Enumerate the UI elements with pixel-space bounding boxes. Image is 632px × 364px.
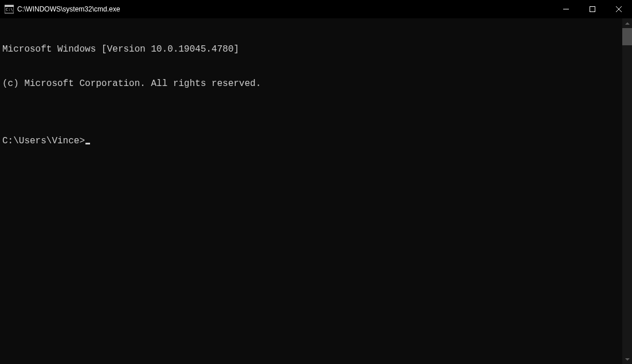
cmd-window: C:\ C:\WINDOWS\system32\cmd.exe (0, 0, 632, 364)
svg-rect-1 (5, 5, 14, 7)
svg-text:C:\: C:\ (6, 7, 13, 12)
close-button[interactable] (606, 0, 632, 18)
scroll-up-arrow[interactable] (622, 18, 632, 28)
svg-rect-4 (590, 7, 595, 12)
titlebar: C:\ C:\WINDOWS\system32\cmd.exe (0, 0, 632, 18)
titlebar-left: C:\ C:\WINDOWS\system32\cmd.exe (5, 5, 120, 14)
prompt-text: C:\Users\Vince> (2, 135, 85, 147)
terminal-body: Microsoft Windows [Version 10.0.19045.47… (0, 18, 632, 364)
copyright-line: (c) Microsoft Corporation. All rights re… (2, 78, 622, 89)
svg-marker-7 (625, 22, 630, 25)
cmd-icon: C:\ (5, 5, 14, 14)
window-title: C:\WINDOWS\system32\cmd.exe (17, 5, 120, 13)
maximize-button[interactable] (579, 0, 606, 18)
minimize-button[interactable] (553, 0, 579, 18)
scroll-down-arrow[interactable] (622, 354, 632, 364)
cursor (85, 143, 90, 144)
vertical-scrollbar[interactable] (622, 18, 632, 364)
scroll-thumb[interactable] (622, 28, 632, 45)
svg-marker-8 (625, 358, 630, 361)
prompt-line: C:\Users\Vince> (2, 135, 622, 147)
window-controls (553, 0, 632, 18)
scroll-track[interactable] (622, 28, 632, 354)
version-line: Microsoft Windows [Version 10.0.19045.47… (2, 44, 622, 55)
terminal-output[interactable]: Microsoft Windows [Version 10.0.19045.47… (0, 18, 622, 364)
